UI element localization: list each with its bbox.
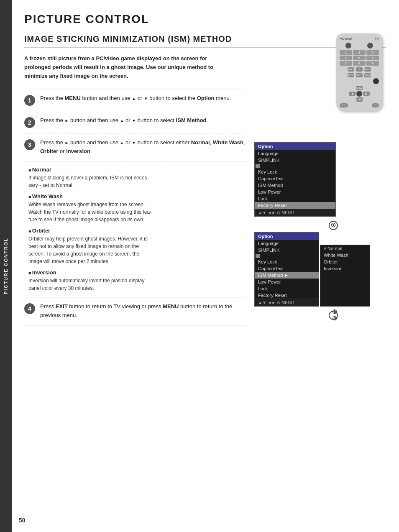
menu1-lowpower: Low Power bbox=[255, 189, 335, 195]
main-content: PICTURE CONTROL IMAGE STICKING MINIMIZAT… bbox=[12, 0, 399, 343]
left-content: A frozen still picture from a PC/video g… bbox=[24, 54, 246, 330]
menu2-caption: Caption/Text bbox=[255, 265, 319, 272]
menu2-lock: Lock bbox=[255, 285, 319, 292]
remote-tv-btn bbox=[367, 43, 373, 49]
menu-screenshot-1: Option Language SIMPLINK Key Lock Captio… bbox=[254, 142, 336, 217]
step-2-text: Press the button and then use or button … bbox=[40, 116, 246, 125]
remote-vol-right: ► bbox=[363, 92, 370, 96]
remote-input-btn: INPUT bbox=[348, 67, 354, 72]
intro-text: A frozen still picture from a PC/video g… bbox=[24, 54, 225, 80]
remote-ok-btn bbox=[356, 91, 362, 97]
remote-ratio-btn: RATIO bbox=[348, 73, 354, 77]
step-1: 1 Press the MENU button and then use or … bbox=[24, 94, 246, 111]
menu2-icon bbox=[256, 254, 260, 258]
remote-vol-label: VOL bbox=[340, 103, 348, 107]
menu-screenshot-2: Option Language SIMPLINK Key Lock Captio… bbox=[254, 232, 396, 307]
sub-title-orbiter: Orbiter bbox=[28, 228, 246, 234]
menu2-main-panel: Option Language SIMPLINK Key Lock Captio… bbox=[254, 232, 319, 307]
menu2-language: Language bbox=[255, 240, 319, 247]
divider-2 bbox=[24, 297, 246, 297]
step-3-number: 3 bbox=[24, 139, 35, 150]
menu1-icon bbox=[256, 164, 260, 168]
sub-desc-inversion: Inversion will automatically invert the … bbox=[28, 277, 246, 292]
menu1-ism: ISM Method bbox=[255, 182, 335, 189]
remote-power-btn bbox=[345, 43, 351, 49]
sidebar-label: PICTURE CONTROL bbox=[3, 238, 8, 294]
menu2-footer: ▲▼ ◄► ⊙ MENU bbox=[255, 299, 319, 306]
menu1-footer: ▲▼ ◄► ⊙ MENU bbox=[255, 209, 335, 216]
sub-section-inversion: Inversion Inversion will automatically i… bbox=[24, 269, 246, 292]
sub-desc-normal: If image sticking is never a problem, IS… bbox=[28, 174, 246, 189]
menu2-factoryreset: Factory Reset bbox=[255, 292, 319, 299]
sub-desc-orbiter: Orbiter may help prevent ghost images. H… bbox=[28, 235, 246, 265]
menu2-sub-whitewash: White Wash bbox=[320, 252, 370, 258]
step-4: 4 Press EXIT button to return to TV view… bbox=[24, 302, 246, 325]
step-4-text: Press EXIT button to return to TV viewin… bbox=[40, 302, 246, 320]
step-2: 2 Press the button and then use or butto… bbox=[24, 116, 246, 133]
page-title: PICTURE CONTROL bbox=[24, 13, 386, 26]
step-1-number: 1 bbox=[24, 95, 35, 106]
step-3: 3 Press the button and then use or butto… bbox=[24, 138, 246, 161]
menu2-header: Option bbox=[255, 233, 319, 240]
remote-enter-btn bbox=[373, 78, 379, 84]
step-indicator-1: ① bbox=[329, 221, 338, 230]
remote-tv-label: TV bbox=[375, 37, 379, 41]
screenshot-1-label: ① bbox=[254, 221, 338, 230]
step-4-number: 4 bbox=[24, 303, 35, 314]
screenshot-2-label: ② ③ bbox=[254, 309, 338, 320]
menu1-simplink: SIMPLINK bbox=[255, 157, 335, 164]
remote-exit-btn: EXIT bbox=[356, 73, 363, 77]
menu2-keylock: Key Lock bbox=[255, 258, 319, 265]
remote-mute-btn: MUTE bbox=[364, 67, 371, 72]
menu2-lowpower: Low Power bbox=[255, 279, 319, 285]
sub-section-normal: Normal If image sticking is never a prob… bbox=[24, 166, 246, 189]
step-2-number: 2 bbox=[24, 117, 35, 128]
sub-title-inversion: Inversion bbox=[28, 269, 246, 276]
menu1-header: Option bbox=[255, 143, 335, 150]
menu1-keylock: Key Lock bbox=[255, 169, 335, 175]
sub-section-whitewash: White Wash White Wash removes ghost imag… bbox=[24, 193, 246, 223]
remote-control-image: POWER TV 1 2 3 4 5 6 7 8 9 INPUT 0 bbox=[328, 33, 391, 111]
menu1-language: Language bbox=[255, 150, 335, 157]
sub-title-normal: Normal bbox=[28, 166, 246, 173]
remote-numpad: 1 2 3 4 5 6 7 8 9 bbox=[340, 50, 379, 66]
remote-menu-btn: MENU bbox=[364, 73, 371, 77]
menu2-sub-panel: Normal White Wash Orbiter Inversion bbox=[320, 245, 370, 307]
menu2-sub-orbiter: Orbiter bbox=[320, 258, 370, 265]
remote-nav: CH▲ ◄ ► CH▼ bbox=[340, 86, 379, 102]
step-indicator-23: ② ③ bbox=[329, 311, 338, 320]
menu2-sub-inversion: Inversion bbox=[320, 265, 370, 272]
sub-section-orbiter: Orbiter Orbiter may help prevent ghost i… bbox=[24, 228, 246, 265]
menu1-caption: Caption/Text bbox=[255, 175, 335, 182]
remote-power-label: POWER bbox=[340, 37, 352, 41]
page-number: 50 bbox=[19, 517, 26, 524]
remote-spacer bbox=[254, 54, 338, 142]
divider-1 bbox=[24, 89, 246, 89]
step-1-text: Press the MENU button and then use or bu… bbox=[40, 94, 246, 103]
remote-vol-ch-area: VOL CH bbox=[340, 103, 379, 107]
sub-desc-whitewash: White Wash removes ghost images from the… bbox=[28, 201, 246, 223]
remote-ch-label: CH bbox=[372, 103, 379, 107]
menu1-lock: Lock bbox=[255, 195, 335, 202]
menu-screenshot-2-area: Option Language SIMPLINK Key Lock Captio… bbox=[254, 232, 338, 320]
remote-ch-down: CH▼ bbox=[356, 97, 363, 102]
sidebar: PICTURE CONTROL bbox=[0, 0, 12, 532]
remote-0-btn: 0 bbox=[356, 67, 363, 72]
menu1-factoryreset: Factory Reset bbox=[255, 202, 335, 209]
menu2-ism: ISM Method ► bbox=[255, 272, 319, 279]
menu2-sub-normal: Normal bbox=[320, 245, 370, 252]
remote-vol-left: ◄ bbox=[349, 92, 356, 96]
remote-ch-up: CH▲ bbox=[356, 86, 363, 90]
menu2-simplink: SIMPLINK bbox=[255, 247, 319, 253]
menu-screenshot-1-area: Option Language SIMPLINK Key Lock Captio… bbox=[254, 142, 338, 230]
right-content: Option Language SIMPLINK Key Lock Captio… bbox=[254, 54, 338, 330]
step-3-text: Press the button and then use or button … bbox=[40, 138, 246, 156]
sub-title-whitewash: White Wash bbox=[28, 193, 246, 200]
